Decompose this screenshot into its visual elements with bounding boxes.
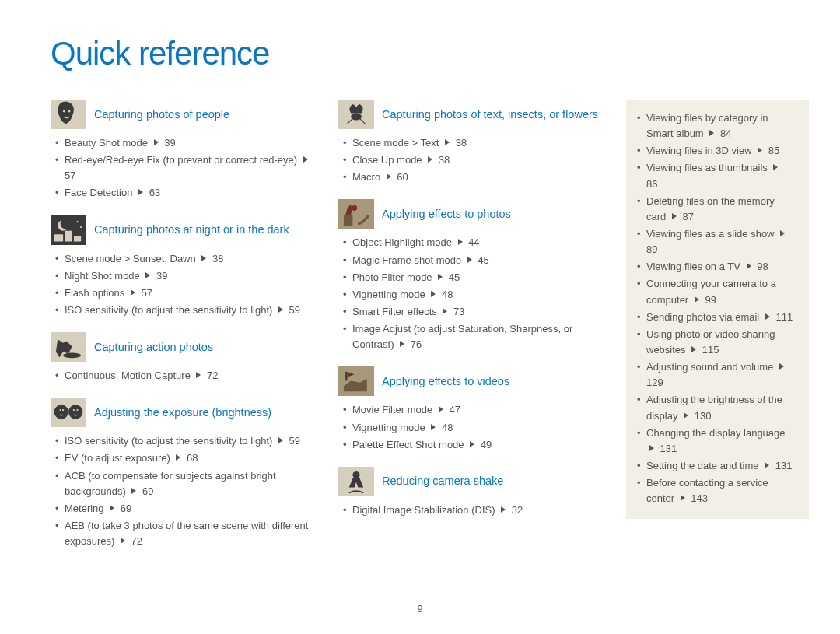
- list-item[interactable]: Object Highlight mode 44: [343, 235, 604, 250]
- page-title: Quick reference: [51, 35, 809, 72]
- item-page: 47: [446, 404, 460, 415]
- triangle-icon: [431, 291, 436, 297]
- item-text: Viewing files as a slide show: [646, 228, 777, 240]
- item-text: Viewing files by category in Smart album: [646, 112, 768, 139]
- section-list: Scene mode > Sunset, Dawn 38Night Shot m…: [51, 251, 317, 319]
- item-page: 44: [466, 236, 480, 248]
- list-item[interactable]: Close Up mode 38: [343, 152, 604, 168]
- triangle-icon: [278, 437, 283, 443]
- sidebar-item[interactable]: Before contacting a service center 143: [637, 475, 795, 506]
- list-item[interactable]: Palette Effect Shot mode 49: [343, 437, 604, 453]
- page-number: 9: [417, 603, 422, 615]
- sidebar-item[interactable]: Connecting your camera to a computer 99: [637, 276, 795, 307]
- list-item[interactable]: ISO sensitivity (to adjust the sensitivi…: [55, 433, 317, 449]
- section-header: Capturing photos of people: [51, 100, 317, 129]
- list-item[interactable]: ACB (to compensate for subjects against …: [55, 468, 317, 499]
- list-item[interactable]: Beauty Shot mode 39: [55, 135, 317, 151]
- item-page: 89: [646, 243, 657, 255]
- sidebar-item[interactable]: Viewing files in 3D view 85: [637, 143, 795, 159]
- item-text: Flash options: [65, 287, 128, 299]
- item-text: Face Detection: [65, 187, 135, 198]
- list-item[interactable]: Movie Filter mode 47: [343, 402, 604, 418]
- item-page: 60: [394, 171, 408, 183]
- column-3: Viewing files by category in Smart album…: [626, 100, 809, 563]
- item-text: Metering: [65, 503, 107, 514]
- triangle-icon: [649, 445, 654, 451]
- shake-icon: [338, 467, 374, 496]
- section-title: Capturing photos of text, insects, or fl…: [382, 107, 598, 122]
- list-item[interactable]: EV (to adjust exposure) 68: [55, 450, 317, 466]
- triangle-icon: [779, 363, 784, 370]
- list-item[interactable]: Macro 60: [343, 170, 604, 185]
- list-item[interactable]: Vignetting mode 48: [343, 420, 604, 436]
- item-page: 86: [646, 178, 657, 190]
- triangle-icon: [303, 156, 308, 163]
- item-page: 48: [439, 422, 453, 433]
- list-item[interactable]: Magic Frame shot mode 45: [343, 253, 604, 268]
- sidebar-item[interactable]: Deleting files on the memory card 87: [637, 194, 795, 225]
- triangle-icon: [145, 272, 150, 278]
- sidebar-item[interactable]: Adjusting sound and volume 129: [637, 359, 795, 391]
- list-item[interactable]: Image Adjust (to adjust Saturation, Shar…: [343, 321, 604, 352]
- list-item[interactable]: Face Detection 63: [55, 185, 317, 201]
- triangle-icon: [747, 263, 751, 269]
- list-item[interactable]: Flash options 57: [55, 285, 317, 301]
- section: Applying effects to photosObject Highlig…: [338, 199, 604, 352]
- list-item[interactable]: Metering 69: [55, 501, 317, 517]
- triangle-icon: [780, 230, 785, 236]
- section-list: Scene mode > Text 38Close Up mode 38Macr…: [338, 135, 604, 185]
- list-item[interactable]: Scene mode > Text 38: [343, 135, 604, 151]
- item-text: Close Up mode: [352, 154, 425, 166]
- insect-icon: [338, 100, 374, 129]
- action-icon: [51, 332, 86, 362]
- list-item[interactable]: Digital Image Stabilization (DIS) 32: [343, 503, 604, 518]
- list-item[interactable]: AEB (to take 3 photos of the same scene …: [55, 518, 317, 549]
- list-item[interactable]: Night Shot mode 39: [55, 268, 317, 284]
- item-text: Scene mode > Text: [352, 137, 442, 149]
- item-page: 57: [65, 170, 75, 181]
- item-page: 45: [446, 271, 460, 283]
- sidebar-item[interactable]: Using photo or video sharing websites 11…: [637, 327, 795, 358]
- list-item[interactable]: Red-eye/Red-eye Fix (to prevent or corre…: [55, 152, 317, 184]
- item-page: 131: [657, 443, 677, 454]
- sidebar-item[interactable]: Changing the display language 131: [637, 426, 795, 457]
- sidebar-item[interactable]: Viewing files on a TV 98: [637, 259, 795, 275]
- section-title: Capturing photos at night or in the dark: [94, 222, 289, 237]
- sidebar-item[interactable]: Setting the date and time 131: [637, 458, 795, 474]
- list-item[interactable]: Scene mode > Sunset, Dawn 38: [55, 251, 317, 267]
- sidebar-item[interactable]: Viewing files by category in Smart album…: [637, 110, 795, 142]
- sidebar-item[interactable]: Adjusting the brightness of the display …: [637, 392, 795, 423]
- item-text: Red-eye/Red-eye Fix (to prevent or corre…: [65, 154, 300, 166]
- item-page: 143: [688, 492, 708, 504]
- list-item[interactable]: ISO sensitivity (to adjust the sensitivi…: [55, 303, 317, 318]
- section: Capturing action photosContinuous, Motio…: [51, 332, 317, 384]
- item-page: 45: [475, 254, 489, 266]
- item-page: 59: [286, 304, 300, 316]
- exposure-icon: [51, 398, 86, 427]
- section-title: Capturing action photos: [94, 340, 213, 355]
- triangle-icon: [709, 130, 714, 136]
- list-item[interactable]: Photo Filter mode 45: [343, 270, 604, 285]
- item-page: 38: [436, 154, 450, 166]
- item-page: 84: [717, 128, 731, 139]
- section: Applying effects to videosMovie Filter m…: [338, 366, 604, 452]
- item-text: ISO sensitivity (to adjust the sensitivi…: [65, 435, 275, 447]
- triangle-icon: [691, 346, 696, 352]
- sidebar-item[interactable]: Viewing files as a slide show 89: [637, 226, 795, 257]
- item-text: Viewing files as thumbnails: [646, 162, 770, 173]
- list-item[interactable]: Smart Filter effects 73: [343, 304, 604, 320]
- item-page: 130: [691, 410, 711, 422]
- section-header: Capturing photos at night or in the dark: [51, 215, 317, 245]
- list-item[interactable]: Continuous, Motion Capture 72: [55, 368, 317, 384]
- triangle-icon: [196, 372, 201, 378]
- item-text: ACB (to compensate for subjects against …: [65, 470, 276, 497]
- section-header: Applying effects to photos: [338, 199, 604, 229]
- section: Capturing photos of peopleBeauty Shot mo…: [51, 100, 317, 201]
- list-item[interactable]: Vignetting mode 48: [343, 287, 604, 303]
- section: Capturing photos of text, insects, or fl…: [338, 100, 604, 185]
- effects-icon: [338, 199, 374, 229]
- item-text: Setting the date and time: [646, 460, 761, 471]
- sidebar-item[interactable]: Sending photos via email 111: [637, 310, 795, 325]
- item-text: Object Highlight mode: [352, 236, 455, 248]
- sidebar-item[interactable]: Viewing files as thumbnails 86: [637, 160, 795, 191]
